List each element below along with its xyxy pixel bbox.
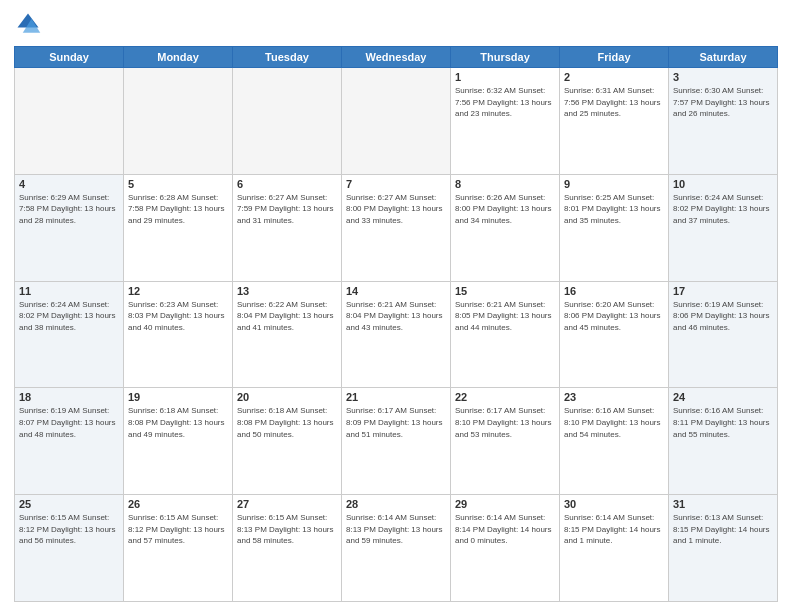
calendar-cell: 6Sunrise: 6:27 AM Sunset: 7:59 PM Daylig…: [233, 174, 342, 281]
day-number: 24: [673, 391, 773, 403]
calendar-cell: 29Sunrise: 6:14 AM Sunset: 8:14 PM Dayli…: [451, 495, 560, 602]
day-info: Sunrise: 6:29 AM Sunset: 7:58 PM Dayligh…: [19, 192, 119, 227]
calendar-week-5: 25Sunrise: 6:15 AM Sunset: 8:12 PM Dayli…: [15, 495, 778, 602]
calendar-header-sunday: Sunday: [15, 47, 124, 68]
calendar-cell: 17Sunrise: 6:19 AM Sunset: 8:06 PM Dayli…: [669, 281, 778, 388]
day-info: Sunrise: 6:15 AM Sunset: 8:12 PM Dayligh…: [128, 512, 228, 547]
day-number: 26: [128, 498, 228, 510]
day-info: Sunrise: 6:14 AM Sunset: 8:15 PM Dayligh…: [564, 512, 664, 547]
calendar-header-tuesday: Tuesday: [233, 47, 342, 68]
calendar-cell: 21Sunrise: 6:17 AM Sunset: 8:09 PM Dayli…: [342, 388, 451, 495]
day-number: 27: [237, 498, 337, 510]
calendar-cell: 2Sunrise: 6:31 AM Sunset: 7:56 PM Daylig…: [560, 68, 669, 175]
day-number: 16: [564, 285, 664, 297]
page: SundayMondayTuesdayWednesdayThursdayFrid…: [0, 0, 792, 612]
calendar-cell: 23Sunrise: 6:16 AM Sunset: 8:10 PM Dayli…: [560, 388, 669, 495]
calendar-cell: 5Sunrise: 6:28 AM Sunset: 7:58 PM Daylig…: [124, 174, 233, 281]
day-number: 9: [564, 178, 664, 190]
calendar-header-friday: Friday: [560, 47, 669, 68]
day-number: 1: [455, 71, 555, 83]
day-info: Sunrise: 6:24 AM Sunset: 8:02 PM Dayligh…: [673, 192, 773, 227]
calendar-cell: 10Sunrise: 6:24 AM Sunset: 8:02 PM Dayli…: [669, 174, 778, 281]
day-info: Sunrise: 6:13 AM Sunset: 8:15 PM Dayligh…: [673, 512, 773, 547]
calendar-cell: 18Sunrise: 6:19 AM Sunset: 8:07 PM Dayli…: [15, 388, 124, 495]
calendar-cell: 15Sunrise: 6:21 AM Sunset: 8:05 PM Dayli…: [451, 281, 560, 388]
day-info: Sunrise: 6:26 AM Sunset: 8:00 PM Dayligh…: [455, 192, 555, 227]
calendar-cell: 24Sunrise: 6:16 AM Sunset: 8:11 PM Dayli…: [669, 388, 778, 495]
day-number: 23: [564, 391, 664, 403]
day-info: Sunrise: 6:27 AM Sunset: 7:59 PM Dayligh…: [237, 192, 337, 227]
day-number: 25: [19, 498, 119, 510]
calendar-header-saturday: Saturday: [669, 47, 778, 68]
calendar-cell: 9Sunrise: 6:25 AM Sunset: 8:01 PM Daylig…: [560, 174, 669, 281]
calendar-cell: 27Sunrise: 6:15 AM Sunset: 8:13 PM Dayli…: [233, 495, 342, 602]
day-number: 8: [455, 178, 555, 190]
day-number: 13: [237, 285, 337, 297]
day-info: Sunrise: 6:15 AM Sunset: 8:13 PM Dayligh…: [237, 512, 337, 547]
day-number: 21: [346, 391, 446, 403]
day-number: 12: [128, 285, 228, 297]
day-info: Sunrise: 6:25 AM Sunset: 8:01 PM Dayligh…: [564, 192, 664, 227]
calendar-week-2: 4Sunrise: 6:29 AM Sunset: 7:58 PM Daylig…: [15, 174, 778, 281]
calendar-cell: [233, 68, 342, 175]
calendar-cell: [342, 68, 451, 175]
day-number: 20: [237, 391, 337, 403]
day-info: Sunrise: 6:30 AM Sunset: 7:57 PM Dayligh…: [673, 85, 773, 120]
day-info: Sunrise: 6:14 AM Sunset: 8:14 PM Dayligh…: [455, 512, 555, 547]
calendar-cell: 7Sunrise: 6:27 AM Sunset: 8:00 PM Daylig…: [342, 174, 451, 281]
day-info: Sunrise: 6:16 AM Sunset: 8:10 PM Dayligh…: [564, 405, 664, 440]
logo-icon: [14, 10, 42, 38]
calendar-cell: 26Sunrise: 6:15 AM Sunset: 8:12 PM Dayli…: [124, 495, 233, 602]
day-info: Sunrise: 6:23 AM Sunset: 8:03 PM Dayligh…: [128, 299, 228, 334]
calendar-cell: 1Sunrise: 6:32 AM Sunset: 7:56 PM Daylig…: [451, 68, 560, 175]
day-info: Sunrise: 6:15 AM Sunset: 8:12 PM Dayligh…: [19, 512, 119, 547]
calendar-table: SundayMondayTuesdayWednesdayThursdayFrid…: [14, 46, 778, 602]
day-info: Sunrise: 6:21 AM Sunset: 8:04 PM Dayligh…: [346, 299, 446, 334]
day-info: Sunrise: 6:22 AM Sunset: 8:04 PM Dayligh…: [237, 299, 337, 334]
day-number: 19: [128, 391, 228, 403]
day-number: 18: [19, 391, 119, 403]
calendar-header-monday: Monday: [124, 47, 233, 68]
calendar-cell: 30Sunrise: 6:14 AM Sunset: 8:15 PM Dayli…: [560, 495, 669, 602]
day-number: 17: [673, 285, 773, 297]
logo: [14, 10, 46, 38]
day-info: Sunrise: 6:24 AM Sunset: 8:02 PM Dayligh…: [19, 299, 119, 334]
day-info: Sunrise: 6:21 AM Sunset: 8:05 PM Dayligh…: [455, 299, 555, 334]
day-number: 10: [673, 178, 773, 190]
day-number: 29: [455, 498, 555, 510]
day-info: Sunrise: 6:18 AM Sunset: 8:08 PM Dayligh…: [128, 405, 228, 440]
day-info: Sunrise: 6:17 AM Sunset: 8:10 PM Dayligh…: [455, 405, 555, 440]
day-info: Sunrise: 6:20 AM Sunset: 8:06 PM Dayligh…: [564, 299, 664, 334]
calendar-week-4: 18Sunrise: 6:19 AM Sunset: 8:07 PM Dayli…: [15, 388, 778, 495]
day-info: Sunrise: 6:28 AM Sunset: 7:58 PM Dayligh…: [128, 192, 228, 227]
day-info: Sunrise: 6:31 AM Sunset: 7:56 PM Dayligh…: [564, 85, 664, 120]
calendar-cell: 28Sunrise: 6:14 AM Sunset: 8:13 PM Dayli…: [342, 495, 451, 602]
header: [14, 10, 778, 38]
day-number: 22: [455, 391, 555, 403]
calendar-cell: 3Sunrise: 6:30 AM Sunset: 7:57 PM Daylig…: [669, 68, 778, 175]
day-number: 14: [346, 285, 446, 297]
calendar-cell: 14Sunrise: 6:21 AM Sunset: 8:04 PM Dayli…: [342, 281, 451, 388]
calendar-cell: [15, 68, 124, 175]
calendar-cell: 20Sunrise: 6:18 AM Sunset: 8:08 PM Dayli…: [233, 388, 342, 495]
day-info: Sunrise: 6:32 AM Sunset: 7:56 PM Dayligh…: [455, 85, 555, 120]
day-info: Sunrise: 6:16 AM Sunset: 8:11 PM Dayligh…: [673, 405, 773, 440]
day-number: 11: [19, 285, 119, 297]
day-info: Sunrise: 6:14 AM Sunset: 8:13 PM Dayligh…: [346, 512, 446, 547]
day-number: 5: [128, 178, 228, 190]
day-number: 6: [237, 178, 337, 190]
day-number: 30: [564, 498, 664, 510]
calendar-cell: 11Sunrise: 6:24 AM Sunset: 8:02 PM Dayli…: [15, 281, 124, 388]
calendar-week-1: 1Sunrise: 6:32 AM Sunset: 7:56 PM Daylig…: [15, 68, 778, 175]
day-info: Sunrise: 6:17 AM Sunset: 8:09 PM Dayligh…: [346, 405, 446, 440]
calendar-cell: 22Sunrise: 6:17 AM Sunset: 8:10 PM Dayli…: [451, 388, 560, 495]
calendar-cell: 16Sunrise: 6:20 AM Sunset: 8:06 PM Dayli…: [560, 281, 669, 388]
day-info: Sunrise: 6:19 AM Sunset: 8:06 PM Dayligh…: [673, 299, 773, 334]
calendar-cell: 8Sunrise: 6:26 AM Sunset: 8:00 PM Daylig…: [451, 174, 560, 281]
day-number: 7: [346, 178, 446, 190]
day-number: 15: [455, 285, 555, 297]
calendar-cell: [124, 68, 233, 175]
calendar-header-wednesday: Wednesday: [342, 47, 451, 68]
calendar-week-3: 11Sunrise: 6:24 AM Sunset: 8:02 PM Dayli…: [15, 281, 778, 388]
day-number: 3: [673, 71, 773, 83]
